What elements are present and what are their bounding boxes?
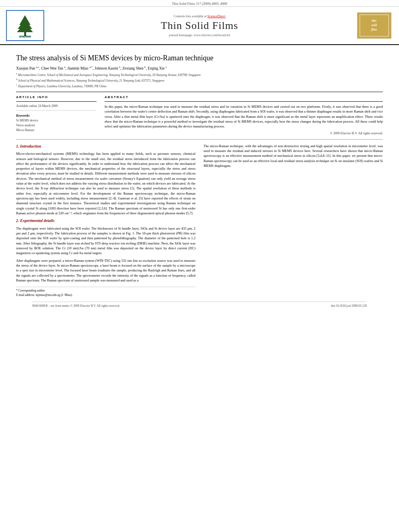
copyright-line: © 2009 Elsevier B.V. All rights reserved… <box>105 131 383 135</box>
affiliations: a Micromachines Centre, School of Mechan… <box>16 72 383 88</box>
abstract-text: In this paper, the micro-Raman technique… <box>105 104 383 129</box>
affiliation-c: c Department of Physics, Lanzhou Univers… <box>16 83 383 88</box>
keyword-2: Stress analysis <box>16 123 97 128</box>
svg-text:films: films <box>371 28 377 31</box>
section2-para2: After diaphragms were prepared, a micro-… <box>16 258 195 283</box>
keywords-label: Keywords: <box>16 114 97 117</box>
keyword-1: Si MEMS device <box>16 118 97 123</box>
svg-text:thin: thin <box>372 19 376 23</box>
footnote-area: * Corresponding author. E-mail address: … <box>16 287 195 298</box>
section1-heading: 1. Introduction <box>16 144 195 150</box>
abstract-column: ABSTRACT In this paper, the micro-Raman … <box>105 95 383 135</box>
body-content: 1. Introduction Micro-electro-mechanical… <box>16 139 383 298</box>
affiliation-b: b School of Physical and Mathematical Sc… <box>16 78 383 83</box>
footer: 0040-6090/$ – see front matter © 2009 El… <box>32 302 367 308</box>
journal-title-section: Contents lists available at ScienceDirec… <box>49 10 350 41</box>
thin-films-badge: thin solid films <box>357 12 391 39</box>
keywords-section: Keywords: Si MEMS device Stress analysis… <box>16 114 97 133</box>
journal-title: Thin Solid Films <box>161 20 238 32</box>
sciencedirect-link: Contents lists available at ScienceDirec… <box>174 14 226 18</box>
available-online: Available online 24 March 2009 <box>16 104 97 111</box>
abstract-label: ABSTRACT <box>105 95 383 99</box>
keyword-3: Micro-Raman <box>16 128 97 133</box>
corresponding-author-email: E-mail address: mjmiao@ntu.edu.sg (J. Mi… <box>16 293 195 298</box>
svg-text:ELSEVIER: ELSEVIER <box>19 36 31 38</box>
keywords-list: Si MEMS device Stress analysis Micro-Ram… <box>16 118 97 133</box>
section1-para1: Micro-electro-mechanical systems (MEMS) … <box>16 151 195 216</box>
section2-para1: The diaphragms were fabricated using the… <box>16 226 195 256</box>
sciencedirect-url[interactable]: ScienceDirect <box>208 14 226 18</box>
article-title: The stress analysis of Si MEMS devices b… <box>16 54 383 62</box>
body-right-column: The micro-Raman technique, with the adva… <box>204 144 383 298</box>
elsevier-logo-container: ELSEVIER <box>5 10 45 41</box>
thin-films-badge-container: thin solid films <box>354 10 394 41</box>
corresponding-author-note: * Corresponding author. <box>16 289 195 293</box>
journal-issue-info: Thin Solid Films 517 (2009) 4905–4908 <box>0 0 399 7</box>
footer-doi: doi:10.1016/j.tsf.2009.03.120 <box>331 304 367 308</box>
article-info-column: ARTICLE INFO Available online 24 March 2… <box>16 95 97 135</box>
svg-text:solid: solid <box>371 24 377 27</box>
elsevier-tree-logo: ELSEVIER <box>6 10 44 41</box>
article-info-abstract: ARTICLE INFO Available online 24 March 2… <box>16 92 383 135</box>
footer-left: 0040-6090/$ – see front matter © 2009 El… <box>32 304 120 308</box>
main-content: The stress analysis of Si MEMS devices b… <box>0 45 399 312</box>
journal-homepage: journal homepage: www.elsevier.com/locat… <box>169 33 230 37</box>
section2-heading: 2. Experimental details <box>16 218 195 224</box>
right-col-intro: The micro-Raman technique, with the adva… <box>204 144 383 168</box>
journal-header: ELSEVIER Contents lists available at Sci… <box>0 7 399 45</box>
authors-line: Xiaojun Pan a,c, Chee Wee Tan a, Jianmin… <box>16 66 383 70</box>
article-info-label: ARTICLE INFO <box>16 95 97 99</box>
affiliation-a: a Micromachines Centre, School of Mechan… <box>16 72 383 77</box>
body-left-column: 1. Introduction Micro-electro-mechanical… <box>16 144 195 298</box>
